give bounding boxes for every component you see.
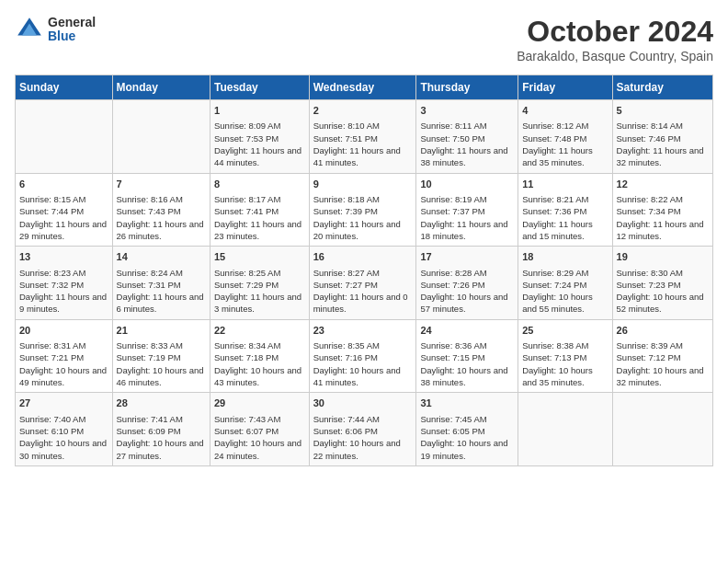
day-number: 27 [19,396,108,410]
day-number: 3 [420,104,514,118]
day-number: 11 [522,178,608,191]
calendar-day-cell: 30Sunrise: 7:44 AMSunset: 6:06 PMDayligh… [309,393,416,466]
day-number: 19 [617,250,709,264]
logo-blue: Blue [48,29,96,43]
day-number: 7 [117,178,206,191]
day-info: Sunrise: 8:14 AMSunset: 7:46 PMDaylight:… [617,120,709,168]
title-block: October 2024 Barakaldo, Basque Country, … [517,15,713,63]
calendar-day-cell: 22Sunrise: 8:34 AMSunset: 7:18 PMDayligh… [210,319,310,393]
day-number: 5 [617,104,709,118]
calendar-day-cell: 21Sunrise: 8:33 AMSunset: 7:19 PMDayligh… [112,319,210,393]
day-number: 28 [117,396,206,410]
day-number: 23 [313,324,413,338]
calendar-day-cell: 2Sunrise: 8:10 AMSunset: 7:51 PMDaylight… [309,100,416,174]
month-title: October 2024 [517,15,713,49]
day-info: Sunrise: 8:39 AMSunset: 7:12 PMDaylight:… [617,339,709,388]
day-info: Sunrise: 8:34 AMSunset: 7:18 PMDaylight:… [214,339,305,388]
logo: General Blue [15,15,96,44]
day-info: Sunrise: 8:38 AMSunset: 7:13 PMDaylight:… [522,339,608,388]
calendar-day-cell: 13Sunrise: 8:23 AMSunset: 7:32 PMDayligh… [16,247,113,320]
day-info: Sunrise: 8:22 AMSunset: 7:34 PMDaylight:… [617,193,709,242]
calendar-day-cell: 27Sunrise: 7:40 AMSunset: 6:10 PMDayligh… [16,393,113,466]
day-info: Sunrise: 8:36 AMSunset: 7:15 PMDaylight:… [420,339,514,388]
day-number: 17 [420,250,514,264]
day-info: Sunrise: 7:43 AMSunset: 6:07 PMDaylight:… [214,413,305,462]
day-number: 16 [313,250,413,264]
calendar-day-cell: 24Sunrise: 8:36 AMSunset: 7:15 PMDayligh… [416,319,518,393]
day-info: Sunrise: 8:24 AMSunset: 7:31 PMDaylight:… [117,267,206,316]
page-header: General Blue October 2024 Barakaldo, Bas… [15,15,713,63]
calendar-day-cell: 1Sunrise: 8:09 AMSunset: 7:53 PMDaylight… [210,100,310,174]
calendar-week-row: 27Sunrise: 7:40 AMSunset: 6:10 PMDayligh… [16,393,713,466]
calendar-day-cell: 16Sunrise: 8:27 AMSunset: 7:27 PMDayligh… [309,247,416,320]
day-number: 2 [313,104,413,118]
calendar-day-cell: 28Sunrise: 7:41 AMSunset: 6:09 PMDayligh… [112,393,210,466]
day-number: 6 [19,178,108,191]
day-of-week-header: Thursday [416,75,518,100]
calendar-week-row: 6Sunrise: 8:15 AMSunset: 7:44 PMDaylight… [16,173,713,247]
day-info: Sunrise: 7:41 AMSunset: 6:09 PMDaylight:… [117,413,206,462]
day-of-week-header: Monday [112,75,210,100]
calendar-day-cell [612,393,712,466]
day-info: Sunrise: 7:45 AMSunset: 6:05 PMDaylight:… [420,413,514,462]
calendar-day-cell: 20Sunrise: 8:31 AMSunset: 7:21 PMDayligh… [16,319,113,393]
calendar-day-cell: 9Sunrise: 8:18 AMSunset: 7:39 PMDaylight… [309,173,416,247]
day-info: Sunrise: 8:23 AMSunset: 7:32 PMDaylight:… [19,267,108,316]
calendar-day-cell: 8Sunrise: 8:17 AMSunset: 7:41 PMDaylight… [210,173,310,247]
calendar-day-cell: 23Sunrise: 8:35 AMSunset: 7:16 PMDayligh… [309,319,416,393]
day-info: Sunrise: 8:33 AMSunset: 7:19 PMDaylight:… [117,339,206,388]
day-number: 26 [617,324,709,338]
day-info: Sunrise: 8:09 AMSunset: 7:53 PMDaylight:… [214,120,305,168]
calendar-day-cell [112,100,210,174]
day-of-week-header: Tuesday [210,75,310,100]
day-number: 31 [420,396,514,410]
calendar-header-row: SundayMondayTuesdayWednesdayThursdayFrid… [16,75,713,100]
day-info: Sunrise: 8:30 AMSunset: 7:23 PMDaylight:… [617,267,709,316]
day-number: 8 [214,178,305,191]
calendar-day-cell: 4Sunrise: 8:12 AMSunset: 7:48 PMDaylight… [518,100,612,174]
day-number: 1 [214,104,305,118]
day-number: 20 [19,324,108,338]
logo-text: General Blue [48,16,96,44]
day-info: Sunrise: 7:44 AMSunset: 6:06 PMDaylight:… [313,413,413,462]
day-info: Sunrise: 8:17 AMSunset: 7:41 PMDaylight:… [214,193,305,242]
calendar-week-row: 13Sunrise: 8:23 AMSunset: 7:32 PMDayligh… [16,247,713,320]
day-info: Sunrise: 8:18 AMSunset: 7:39 PMDaylight:… [313,193,413,242]
day-info: Sunrise: 8:29 AMSunset: 7:24 PMDaylight:… [522,267,608,316]
day-number: 4 [522,104,608,118]
calendar-day-cell: 19Sunrise: 8:30 AMSunset: 7:23 PMDayligh… [612,247,712,320]
day-number: 25 [522,324,608,338]
calendar-day-cell [16,100,113,174]
day-info: Sunrise: 8:31 AMSunset: 7:21 PMDaylight:… [19,339,108,388]
day-info: Sunrise: 8:19 AMSunset: 7:37 PMDaylight:… [420,193,514,242]
calendar-day-cell: 12Sunrise: 8:22 AMSunset: 7:34 PMDayligh… [612,173,712,247]
calendar-day-cell: 26Sunrise: 8:39 AMSunset: 7:12 PMDayligh… [612,319,712,393]
day-info: Sunrise: 8:11 AMSunset: 7:50 PMDaylight:… [420,120,514,168]
calendar-day-cell: 15Sunrise: 8:25 AMSunset: 7:29 PMDayligh… [210,247,310,320]
calendar-day-cell: 7Sunrise: 8:16 AMSunset: 7:43 PMDaylight… [112,173,210,247]
calendar-day-cell: 10Sunrise: 8:19 AMSunset: 7:37 PMDayligh… [416,173,518,247]
day-number: 21 [117,324,206,338]
calendar-day-cell: 14Sunrise: 8:24 AMSunset: 7:31 PMDayligh… [112,247,210,320]
day-number: 29 [214,396,305,410]
day-info: Sunrise: 8:25 AMSunset: 7:29 PMDaylight:… [214,267,305,316]
logo-general: General [48,16,96,29]
logo-icon [15,15,44,44]
calendar-day-cell: 11Sunrise: 8:21 AMSunset: 7:36 PMDayligh… [518,173,612,247]
calendar-day-cell: 5Sunrise: 8:14 AMSunset: 7:46 PMDaylight… [612,100,712,174]
day-info: Sunrise: 8:12 AMSunset: 7:48 PMDaylight:… [522,120,608,168]
calendar-day-cell: 3Sunrise: 8:11 AMSunset: 7:50 PMDaylight… [416,100,518,174]
calendar-week-row: 20Sunrise: 8:31 AMSunset: 7:21 PMDayligh… [16,319,713,393]
day-number: 10 [420,178,514,191]
calendar-day-cell: 31Sunrise: 7:45 AMSunset: 6:05 PMDayligh… [416,393,518,466]
day-number: 18 [522,250,608,264]
day-number: 15 [214,250,305,264]
calendar-day-cell [518,393,612,466]
day-info: Sunrise: 8:28 AMSunset: 7:26 PMDaylight:… [420,267,514,316]
calendar-day-cell: 18Sunrise: 8:29 AMSunset: 7:24 PMDayligh… [518,247,612,320]
day-info: Sunrise: 8:15 AMSunset: 7:44 PMDaylight:… [19,193,108,242]
day-number: 12 [617,178,709,191]
day-number: 30 [313,396,413,410]
day-number: 9 [313,178,413,191]
day-of-week-header: Saturday [612,75,712,100]
